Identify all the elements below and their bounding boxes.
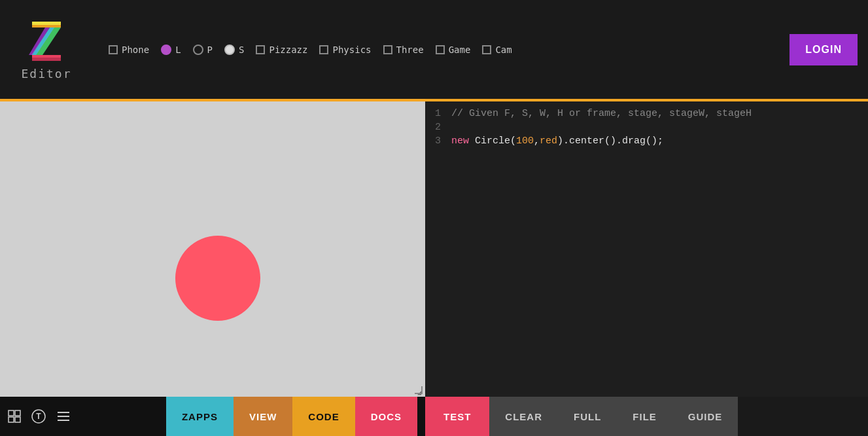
editor-title: Editor (21, 67, 71, 81)
resize-handle[interactable]: ◢ (417, 389, 425, 397)
text-icon-button[interactable]: T (31, 409, 46, 424)
bottom-toolbar: T ZAPPS VIEW CODE DOCS TEST CLEAR FULL F… (0, 397, 868, 436)
code-editor[interactable]: 1 // Given F, S, W, H or frame, stage, s… (425, 101, 868, 397)
svg-marker-10 (32, 25, 61, 27)
game-checkbox[interactable] (436, 45, 445, 54)
logo-area: Editor (10, 18, 82, 81)
nav-item-physics[interactable]: Physics (319, 45, 371, 55)
P-radio[interactable] (193, 45, 203, 55)
list-icon (56, 409, 71, 424)
arg-red: red (540, 136, 557, 147)
comma: , (534, 136, 540, 147)
circle-object[interactable] (175, 236, 260, 321)
svg-marker-15 (32, 58, 61, 61)
S-label: S (239, 45, 244, 55)
login-button[interactable]: LOGIN (790, 34, 858, 65)
line-content-2 (451, 122, 868, 133)
file-button[interactable]: FILE (617, 397, 672, 436)
text-icon: T (31, 409, 46, 424)
svg-text:T: T (36, 412, 41, 421)
svg-rect-19 (15, 417, 20, 422)
pizzazz-label: Pizzazz (269, 45, 307, 55)
game-label: Game (449, 45, 471, 55)
view-button[interactable]: VIEW (234, 397, 292, 436)
code-button[interactable]: CODE (292, 397, 355, 436)
full-button[interactable]: FULL (558, 397, 617, 436)
three-checkbox[interactable] (383, 45, 392, 54)
nav-item-cam[interactable]: Cam (482, 45, 512, 55)
svg-rect-16 (9, 410, 14, 416)
nav-item-phone[interactable]: Phone (109, 45, 149, 55)
grid-icon (8, 410, 21, 423)
nav-item-L[interactable]: L (161, 45, 181, 55)
line-content-1: // Given F, S, W, H or frame, stage, sta… (451, 108, 868, 119)
code-line-1: 1 // Given F, S, W, H or frame, stage, s… (425, 107, 868, 120)
nav-item-game[interactable]: Game (436, 45, 471, 55)
canvas-area: ◢ (0, 101, 425, 397)
phone-label: Phone (122, 45, 149, 55)
line-number-1: 1 (425, 108, 451, 119)
bottom-right-area: TEST CLEAR FULL FILE GUIDE (425, 397, 868, 436)
guide-button[interactable]: GUIDE (672, 397, 738, 436)
svg-marker-14 (32, 55, 61, 58)
svg-rect-18 (9, 417, 14, 422)
pizzazz-checkbox[interactable] (256, 45, 265, 54)
nav-options: Phone L P S Pizzazz Physics (109, 45, 790, 55)
nav-item-P[interactable]: P (193, 45, 213, 55)
code-line-3: 3 new Circle(100,red).center().drag(); (425, 134, 868, 148)
physics-checkbox[interactable] (319, 45, 328, 54)
svg-marker-9 (32, 22, 61, 25)
bottom-left-buttons: ZAPPS VIEW CODE DOCS (166, 397, 417, 436)
P-label: P (207, 45, 213, 55)
main-area: ◢ 1 // Given F, S, W, H or frame, stage,… (0, 101, 868, 397)
line-number-2: 2 (425, 122, 451, 133)
bottom-left-area: T ZAPPS VIEW CODE DOCS (0, 397, 425, 436)
code-line-2: 2 (425, 120, 868, 134)
method-chain: ).center().drag(); (557, 136, 663, 147)
L-radio[interactable] (161, 45, 171, 55)
nav-item-pizzazz[interactable]: Pizzazz (256, 45, 307, 55)
header: Editor Phone L P S Pizzazz (0, 0, 868, 101)
cam-checkbox[interactable] (482, 45, 491, 54)
arg-100: 100 (516, 136, 534, 147)
nav-item-three[interactable]: Three (383, 45, 424, 55)
phone-checkbox[interactable] (109, 45, 118, 54)
cam-label: Cam (495, 45, 512, 55)
test-button[interactable]: TEST (425, 397, 489, 436)
physics-label: Physics (332, 45, 371, 55)
class-circle: Circle( (475, 136, 516, 147)
line-number-3: 3 (425, 136, 451, 147)
line-content-3: new Circle(100,red).center().drag(); (451, 136, 868, 147)
S-radio[interactable] (224, 45, 235, 55)
grid-icon-button[interactable] (8, 410, 21, 423)
L-label: L (175, 45, 181, 55)
docs-button[interactable]: DOCS (355, 397, 417, 436)
zapps-button[interactable]: ZAPPS (166, 397, 234, 436)
svg-rect-17 (15, 410, 20, 416)
three-label: Three (396, 45, 424, 55)
list-icon-button[interactable] (56, 409, 71, 424)
nav-item-S[interactable]: S (224, 45, 244, 55)
keyword-new: new (451, 136, 475, 147)
clear-button[interactable]: CLEAR (489, 397, 558, 436)
app-logo (27, 18, 66, 64)
